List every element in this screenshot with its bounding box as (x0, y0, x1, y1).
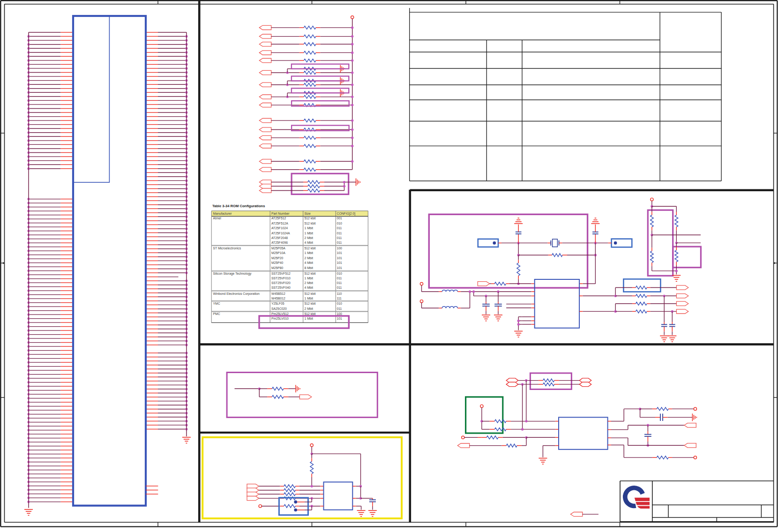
svg-text:W45B512: W45B512 (271, 292, 285, 295)
svg-text:512 kbit: 512 kbit (305, 292, 316, 295)
svg-text:AT25F512: AT25F512 (271, 217, 286, 220)
svg-text:ST Microelectronics: ST Microelectronics (213, 247, 241, 250)
svg-text:512 kbit: 512 kbit (305, 247, 316, 250)
svg-text:512 kbit: 512 kbit (305, 312, 316, 315)
svg-text:M25P20: M25P20 (271, 256, 284, 260)
svg-text:Pm25LV010: Pm25LV010 (271, 317, 289, 320)
svg-text:101: 101 (337, 251, 343, 255)
svg-text:M25P10A: M25P10A (271, 251, 285, 255)
svg-text:2 Mbit: 2 Mbit (305, 236, 314, 240)
svg-text:SST25VF010: SST25VF010 (271, 277, 291, 280)
svg-text:Atmel: Atmel (213, 217, 222, 220)
svg-text:Size: Size (305, 212, 311, 215)
svg-text:2 Mbit: 2 Mbit (305, 256, 314, 260)
svg-text:011: 011 (337, 277, 342, 280)
svg-text:AT25F1024: AT25F1024 (271, 226, 288, 230)
svg-text:011: 011 (337, 226, 342, 230)
svg-text:101: 101 (337, 266, 343, 270)
svg-text:SST25VF512: SST25VF512 (271, 272, 291, 275)
svg-text:M25P05A: M25P05A (271, 247, 285, 250)
svg-text:100: 100 (337, 247, 343, 250)
svg-text:111: 111 (337, 297, 342, 300)
svg-text:011: 011 (337, 281, 342, 285)
svg-text:Pm25LV512: Pm25LV512 (271, 312, 289, 315)
svg-text:AT25F512A: AT25F512A (271, 222, 288, 225)
svg-text:1 Mbit: 1 Mbit (305, 297, 314, 300)
svg-text:M25P40: M25P40 (271, 261, 284, 264)
svg-text:4 Mbit: 4 Mbit (305, 261, 314, 264)
svg-text:SST25VF040: SST25VF040 (271, 286, 291, 289)
svg-text:010: 010 (337, 272, 343, 275)
svg-text:CONFIG[2:0]: CONFIG[2:0] (337, 212, 356, 216)
svg-text:1 Mbit: 1 Mbit (305, 277, 314, 280)
svg-text:512 kbit: 512 kbit (305, 222, 316, 225)
svg-text:1 Mbit: 1 Mbit (305, 317, 314, 320)
svg-text:011: 011 (337, 307, 342, 310)
svg-text:011: 011 (337, 286, 342, 289)
svg-text:4 Mbit: 4 Mbit (305, 286, 314, 289)
svg-text:2 Mbit: 2 Mbit (305, 281, 314, 285)
svg-text:101: 101 (337, 261, 343, 264)
svg-text:PMC: PMC (213, 312, 220, 315)
svg-text:SA25C020: SA25C020 (271, 307, 287, 310)
svg-text:1 Mbit: 1 Mbit (305, 232, 314, 235)
svg-text:AT25F1024A: AT25F1024A (271, 232, 290, 235)
svg-text:512 kbit: 512 kbit (305, 302, 316, 305)
svg-text:AT25F2048: AT25F2048 (271, 236, 288, 240)
svg-text:YMC: YMC (213, 302, 220, 305)
svg-text:101: 101 (337, 317, 343, 320)
svg-text:010: 010 (337, 222, 343, 225)
svg-text:512 kbit: 512 kbit (305, 217, 316, 220)
svg-text:Manufacturer: Manufacturer (213, 212, 232, 215)
svg-text:W45B012: W45B012 (271, 297, 285, 300)
svg-text:Part Number: Part Number (271, 212, 290, 215)
svg-text:110: 110 (337, 292, 342, 295)
svg-text:1 Mbit: 1 Mbit (305, 226, 314, 230)
svg-text:512 kbit: 512 kbit (305, 272, 316, 275)
svg-text:011: 011 (337, 241, 342, 244)
svg-text:M25P80: M25P80 (271, 266, 284, 270)
svg-text:011: 011 (337, 236, 342, 240)
svg-text:101: 101 (337, 256, 343, 260)
svg-text:100: 100 (337, 312, 343, 315)
svg-text:AT25F4096: AT25F4096 (271, 241, 288, 244)
svg-text:010: 010 (337, 302, 343, 305)
svg-text:Silicon Storage Technology: Silicon Storage Technology (213, 272, 252, 276)
svg-text:8 Mbit: 8 Mbit (305, 266, 314, 270)
svg-text:Winbond Electronics Corporatio: Winbond Electronics Corporation (213, 292, 260, 296)
svg-text:011: 011 (337, 232, 342, 235)
svg-text:001: 001 (337, 217, 343, 220)
svg-text:1 Mbit: 1 Mbit (305, 251, 314, 255)
svg-text:2 Mbit: 2 Mbit (305, 307, 314, 310)
svg-text:Table 3-34 ROM Configurations: Table 3-34 ROM Configurations (212, 204, 265, 208)
svg-text:4 Mbit: 4 Mbit (305, 241, 314, 244)
svg-text:Y25LF05: Y25LF05 (271, 302, 284, 305)
svg-text:SST25VF020: SST25VF020 (271, 281, 291, 285)
